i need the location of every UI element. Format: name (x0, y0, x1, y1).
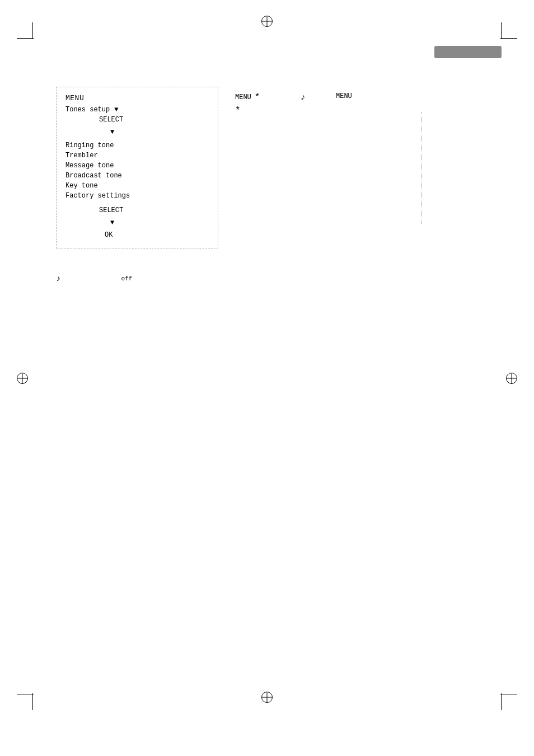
ok-label: OK (105, 231, 209, 239)
tones-setup-row: Tones setup ▼ (65, 106, 209, 114)
star-icon-1: * (255, 92, 260, 102)
list-item: Broadcast tone (65, 171, 209, 181)
off-text: off (121, 275, 132, 282)
reg-mark-bottom (261, 692, 273, 703)
instruction-line-2: * (235, 106, 306, 116)
arrow-row-1: ▼ (110, 128, 209, 136)
bottom-section: ♪ off (56, 274, 132, 285)
crop-mark-br-h (500, 694, 517, 694)
reg-mark-left (17, 373, 28, 384)
music-icon-1: ♪ (300, 92, 306, 102)
crop-mark-tr-h (500, 38, 517, 39)
instruction-line-1: MENU * ♪ (235, 92, 306, 102)
bottom-line-1: ♪ off (56, 274, 132, 283)
menu-items-list: Ringing tone Trembler Message tone Broad… (65, 140, 209, 201)
menu-box: MENU Tones setup ▼ SELECT ▼ Ringing tone… (56, 87, 218, 248)
arrow-row-2: ▼ (110, 219, 209, 227)
crop-mark-br-v (501, 693, 502, 710)
select-label-1: SELECT (99, 116, 209, 124)
dotted-line-right (421, 112, 422, 224)
list-item: Key tone (65, 181, 209, 191)
crop-mark-tr-v (501, 22, 502, 39)
reg-mark-top (261, 16, 273, 27)
menu-text-top-right: MENU (336, 92, 352, 100)
list-item: Message tone (65, 161, 209, 171)
crop-mark-tl-v (32, 22, 33, 39)
menu-box-title: MENU (65, 94, 209, 102)
music-icon-bottom: ♪ (56, 274, 60, 283)
instruction-area: MENU * ♪ * (235, 92, 306, 119)
menu-label-top-right: MENU (336, 92, 352, 100)
list-item: Ringing tone (65, 140, 209, 151)
select-label-2: SELECT (99, 206, 209, 214)
list-item: Factory settings (65, 191, 209, 201)
list-item: Trembler (65, 151, 209, 161)
tones-setup-arrow: ▼ (114, 106, 118, 114)
menu-text-1: MENU (235, 93, 251, 101)
crop-mark-tl-h (17, 38, 34, 39)
reg-mark-right (506, 373, 517, 384)
crop-mark-bl-v (32, 693, 33, 710)
star-icon-2: * (235, 106, 241, 116)
gray-bar (434, 46, 502, 58)
crop-mark-bl-h (17, 694, 34, 694)
tones-setup-label: Tones setup (65, 106, 110, 114)
